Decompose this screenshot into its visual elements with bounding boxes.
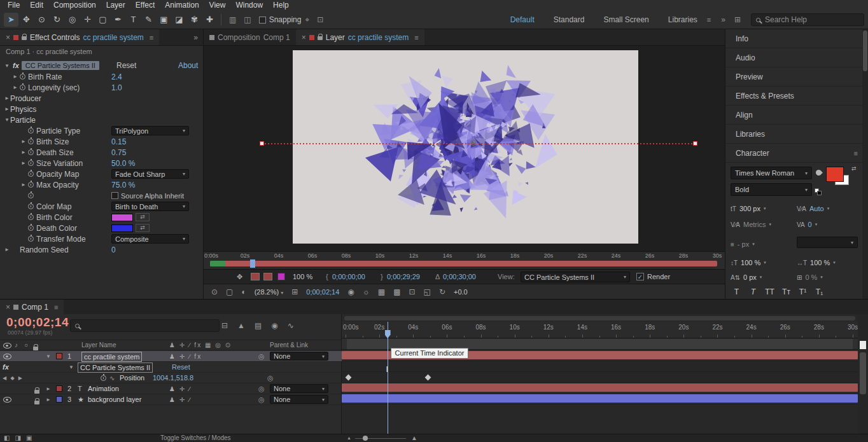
- channel-settings-icon[interactable]: ◐: [241, 287, 246, 296]
- brush-tool-icon[interactable]: ✎: [141, 13, 156, 27]
- zoom-in-icon[interactable]: ▲: [411, 434, 417, 442]
- layer-view[interactable]: ⊕: [204, 46, 725, 251]
- mask-feather-icon[interactable]: ▥: [225, 15, 240, 24]
- effect-twirl-icon[interactable]: ▼: [4, 63, 10, 69]
- overflow-icon[interactable]: »: [188, 29, 203, 45]
- menu-effect[interactable]: Effect: [130, 0, 160, 11]
- tracking-control[interactable]: VA 0 ▾: [797, 219, 817, 230]
- stopwatch-icon[interactable]: [28, 128, 34, 134]
- menu-animation[interactable]: Animation: [160, 0, 204, 11]
- lock-icon[interactable]: [34, 390, 39, 394]
- layer-color-swatch[interactable]: [56, 353, 62, 359]
- sidebar-scrollbar[interactable]: [862, 29, 868, 299]
- timeline-scrollbar[interactable]: [858, 314, 868, 434]
- graph-editor-icon[interactable]: ∿: [288, 321, 294, 330]
- viewer-time-indicator[interactable]: [250, 259, 255, 268]
- fast-previews-icon[interactable]: ▦: [378, 287, 385, 296]
- zoom-level-dropdown[interactable]: (28.2%) ▾: [255, 288, 284, 296]
- stopwatch-icon[interactable]: [28, 139, 34, 144]
- layer-row-1[interactable]: ▼ 1 cc practile system ♟ ✛ ∕ fx ◎ None ▾: [0, 351, 342, 362]
- effect-twirl-icon[interactable]: ▼: [69, 362, 74, 373]
- stopwatch-icon[interactable]: [101, 375, 106, 381]
- mask-edges-icon[interactable]: ⊡: [409, 287, 415, 296]
- effect-point-icon[interactable]: ⊕: [470, 137, 477, 148]
- rotation-tool-icon[interactable]: ↻: [50, 13, 64, 27]
- timeline-navigator-bar[interactable]: [344, 316, 855, 321]
- current-time-display[interactable]: 0;00;02;14: [6, 315, 69, 329]
- color-expand-icon[interactable]: ⇄: [136, 224, 150, 232]
- preview-display-icon[interactable]: ▢: [226, 287, 233, 296]
- eye-icon[interactable]: [3, 397, 11, 403]
- layer-duration-bar[interactable]: [342, 383, 858, 392]
- layer-twirl-icon[interactable]: ►: [46, 394, 51, 405]
- horizontal-scale-control[interactable]: ↔T 100 % ▾: [797, 258, 836, 268]
- birth-rate-value[interactable]: 2.4: [111, 73, 122, 81]
- timeline-ruler[interactable]: 0:00s02s04s06s08s10s12s14s16s18s20s22s24…: [342, 322, 858, 338]
- stopwatch-icon[interactable]: [28, 236, 34, 242]
- mini-flowchart-icon[interactable]: ⊟: [221, 321, 228, 330]
- path-endpoint-right[interactable]: [693, 141, 697, 146]
- particle-type-dropdown[interactable]: TriPolygon▾: [111, 126, 189, 135]
- layer-name[interactable]: cc practile system: [81, 352, 142, 362]
- panel-preview[interactable]: Preview: [725, 67, 868, 86]
- puppet-pin-tool-icon[interactable]: ✚: [202, 13, 217, 27]
- stopwatch-icon[interactable]: [20, 85, 25, 90]
- layer-twirl-icon[interactable]: ▼: [46, 351, 51, 362]
- layer-color-swatch[interactable]: [56, 385, 62, 392]
- snap-options-icon[interactable]: ⌖: [301, 15, 313, 24]
- eraser-tool-icon[interactable]: ◪: [172, 13, 186, 27]
- color-map-dropdown[interactable]: Birth to Death▾: [111, 202, 189, 211]
- stopwatch-icon[interactable]: [28, 204, 34, 209]
- stopwatch-icon[interactable]: [28, 182, 34, 188]
- current-time-indicator-line[interactable]: [388, 322, 388, 434]
- font-size-control[interactable]: tT 300 px ▾: [731, 204, 766, 214]
- composition-tab[interactable]: Composition Comp 1: [204, 29, 296, 45]
- effect-row[interactable]: fx ▼ CC Particle Systems II Reset: [0, 362, 342, 373]
- parent-dropdown[interactable]: None ▾: [270, 352, 328, 361]
- panel-menu-icon[interactable]: ≡: [854, 149, 858, 157]
- opacity-map-dropdown[interactable]: Fade Out Sharp▾: [111, 169, 189, 179]
- selection-tool-icon[interactable]: ➤: [4, 13, 18, 27]
- layer-duration-bar[interactable]: [342, 394, 858, 403]
- eyedropper-icon[interactable]: [815, 169, 823, 177]
- source-alpha-inherit-checkbox[interactable]: [111, 192, 118, 199]
- effect-controls-tab[interactable]: × Effect Controls cc practile system ≡: [0, 29, 159, 45]
- motion-blur-icon[interactable]: ◉: [271, 321, 277, 330]
- track-row[interactable]: [342, 372, 858, 383]
- death-color-swatch[interactable]: [111, 224, 133, 232]
- twirl-icon[interactable]: ►: [12, 74, 18, 79]
- workspace-libraries[interactable]: Libraries: [659, 15, 707, 24]
- transparency-grid-icon[interactable]: ▩: [393, 287, 400, 296]
- help-search-input[interactable]: [765, 15, 848, 24]
- twirl-icon[interactable]: ▼: [4, 117, 10, 123]
- effect-about-link[interactable]: About: [178, 61, 198, 70]
- layer-switches[interactable]: ♟ ✛ ∕ fx: [169, 351, 202, 362]
- layer-switches[interactable]: ♟ ✛ ∕: [169, 383, 192, 394]
- always-preview-icon[interactable]: ⊙: [211, 287, 218, 296]
- layer-tab[interactable]: × Layer cc practile system ≡: [296, 29, 424, 45]
- magenta-swatch[interactable]: [277, 273, 285, 280]
- twirl-icon[interactable]: ►: [4, 95, 10, 101]
- size-variation-value[interactable]: 50.0 %: [111, 159, 135, 168]
- menu-view[interactable]: View: [204, 0, 231, 11]
- workspace-small-screen[interactable]: Small Screen: [594, 15, 658, 24]
- tracking-mode-control[interactable]: V∕A Metrics ▾: [731, 219, 771, 230]
- leading-unit-dropdown[interactable]: ▾: [797, 237, 858, 248]
- draft-3d-icon[interactable]: ▲: [237, 321, 245, 330]
- viewer-timecode[interactable]: 0;00;02;14: [306, 288, 339, 296]
- scroll-corner-box[interactable]: [860, 341, 866, 349]
- track-row[interactable]: [342, 383, 858, 394]
- shape-tool-icon[interactable]: ▢: [95, 13, 110, 27]
- panel-info[interactable]: Info: [725, 29, 868, 48]
- view-option-icon-1[interactable]: [251, 273, 260, 280]
- effect-reset-button[interactable]: Reset: [172, 362, 190, 373]
- menu-edit[interactable]: Edit: [25, 0, 48, 11]
- twirl-icon[interactable]: ►: [20, 160, 27, 166]
- out-time[interactable]: 0;00;29;29: [387, 270, 420, 284]
- layer-row-2[interactable]: ► 2 T Animation ♟ ✛ ∕ ◎ None ▾: [0, 383, 342, 394]
- timeline-search-input[interactable]: [84, 321, 167, 330]
- twirl-icon[interactable]: ►: [12, 85, 18, 90]
- stopwatch-icon[interactable]: [28, 225, 34, 231]
- snapshot-icon[interactable]: ◉: [347, 287, 354, 296]
- layer-row-3[interactable]: ► 3 ★ background layer ♟ ✛ ∕ ◎ None ▾: [0, 394, 342, 405]
